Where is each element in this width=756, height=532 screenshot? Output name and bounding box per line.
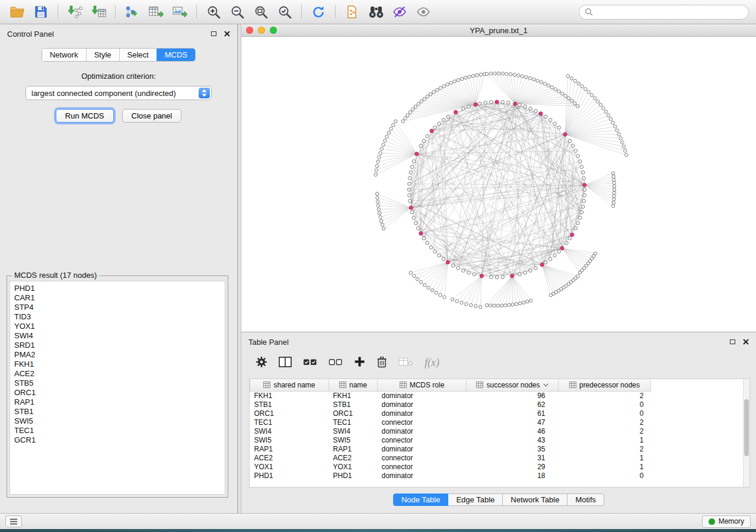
network-node[interactable] [446, 115, 450, 118]
network-node[interactable] [442, 118, 445, 122]
network-node[interactable] [540, 81, 543, 84]
table-cell[interactable]: SWI4 [250, 427, 329, 436]
network-node[interactable] [382, 143, 385, 146]
network-node[interactable] [509, 73, 512, 76]
network-node[interactable] [419, 281, 422, 284]
network-node[interactable] [612, 175, 615, 178]
network-node[interactable] [544, 115, 547, 118]
network-node[interactable] [489, 304, 492, 307]
tab-node-table[interactable]: Node Table [393, 493, 449, 506]
network-node[interactable] [613, 185, 615, 188]
network-node[interactable] [593, 97, 596, 100]
table-cell[interactable]: 61 [467, 409, 559, 418]
network-node[interactable] [497, 72, 500, 75]
table-cell[interactable]: 0 [559, 472, 651, 480]
zoom-in-button[interactable] [203, 3, 224, 21]
network-node[interactable] [423, 97, 426, 100]
table-cell[interactable]: SWI5 [329, 436, 378, 445]
table-cell[interactable]: RAP1 [329, 445, 378, 454]
network-node[interactable] [611, 204, 614, 207]
table-cell[interactable]: 1 [559, 436, 651, 445]
network-node[interactable] [377, 208, 380, 211]
network-node[interactable] [622, 145, 625, 148]
zoom-out-button[interactable] [227, 3, 247, 21]
table-cell[interactable]: 18 [467, 472, 559, 480]
network-node[interactable] [432, 91, 435, 94]
network-node[interactable] [408, 182, 412, 186]
table-cell[interactable]: 2 [559, 445, 651, 454]
mcds-hub-node[interactable] [583, 183, 586, 187]
network-node[interactable] [564, 94, 567, 97]
network-node[interactable] [435, 88, 438, 91]
network-node[interactable] [473, 273, 476, 276]
mcds-result-item[interactable]: PHD1 [10, 284, 225, 293]
network-node[interactable] [613, 178, 615, 181]
network-node[interactable] [462, 269, 465, 273]
network-node[interactable] [578, 216, 582, 220]
table-cell[interactable]: 47 [467, 418, 559, 427]
mcds-result-item[interactable]: FKH1 [10, 360, 225, 369]
table-cell[interactable]: 43 [467, 436, 559, 445]
network-node[interactable] [584, 88, 587, 91]
table-cell[interactable]: 29 [467, 463, 559, 472]
table-row[interactable]: ACE2ACE2connector311 [250, 454, 651, 463]
network-node[interactable] [375, 192, 378, 195]
network-node[interactable] [574, 227, 578, 230]
mcds-hub-node[interactable] [454, 110, 457, 114]
network-node[interactable] [557, 126, 561, 130]
mcds-hub-node[interactable] [570, 233, 574, 236]
network-node[interactable] [529, 299, 532, 302]
network-node[interactable] [613, 198, 615, 201]
network-node[interactable] [612, 201, 615, 204]
tab-network[interactable]: Network [42, 49, 86, 61]
table-row[interactable]: FKH1FKH1dominator962 [250, 391, 651, 400]
tab-style[interactable]: Style [86, 49, 119, 61]
network-node[interactable] [455, 300, 458, 303]
network-node[interactable] [467, 271, 471, 274]
table-cell[interactable]: 31 [467, 454, 559, 463]
network-node[interactable] [504, 304, 507, 307]
table-cell[interactable]: dominator [378, 409, 467, 418]
network-node[interactable] [416, 277, 419, 280]
network-node[interactable] [529, 269, 532, 273]
mcds-result-item[interactable]: ORC1 [10, 388, 225, 398]
network-node[interactable] [548, 118, 552, 122]
network-node[interactable] [409, 111, 412, 114]
export-network-button[interactable] [122, 3, 142, 21]
network-node[interactable] [619, 137, 622, 140]
tab-motifs[interactable]: Motifs [567, 493, 604, 506]
table-cell[interactable]: SWI5 [250, 436, 329, 445]
network-node[interactable] [501, 72, 504, 75]
table-cell[interactable]: ORC1 [329, 409, 378, 418]
table-row[interactable]: YOX1YOX1connector291 [250, 463, 651, 472]
network-node[interactable] [426, 95, 429, 98]
mcds-hub-node[interactable] [513, 102, 517, 105]
network-node[interactable] [583, 194, 586, 197]
mcds-hub-node[interactable] [415, 152, 419, 156]
mcds-hub-node[interactable] [495, 100, 499, 104]
maximize-window-icon[interactable] [270, 27, 277, 34]
mcds-result-item[interactable]: STP4 [10, 303, 225, 312]
mcds-result-item[interactable]: ACE2 [10, 369, 225, 379]
table-row[interactable]: STB1STB1dominator620 [250, 400, 651, 409]
network-node[interactable] [513, 73, 516, 76]
network-node[interactable] [576, 104, 579, 107]
column-header-predecessor-nodes[interactable]: predecessor nodes [559, 379, 651, 391]
mcds-result-item[interactable]: SWI4 [10, 331, 225, 341]
network-node[interactable] [578, 271, 581, 274]
network-node[interactable] [493, 72, 496, 75]
mcds-result-item[interactable]: TID3 [10, 312, 225, 322]
network-node[interactable] [489, 72, 492, 75]
table-row[interactable]: ORC1ORC1dominator610 [250, 409, 651, 418]
network-node[interactable] [511, 303, 514, 306]
table-cell[interactable]: connector [378, 463, 467, 472]
network-node[interactable] [613, 181, 615, 184]
close-panel-icon[interactable] [743, 339, 749, 345]
network-node[interactable] [438, 254, 441, 257]
network-node[interactable] [474, 305, 477, 307]
network-node[interactable] [615, 129, 618, 132]
status-menu-button[interactable] [5, 515, 22, 527]
table-cell[interactable]: dominator [378, 391, 467, 400]
network-node[interactable] [599, 103, 602, 106]
network-node[interactable] [613, 194, 615, 197]
